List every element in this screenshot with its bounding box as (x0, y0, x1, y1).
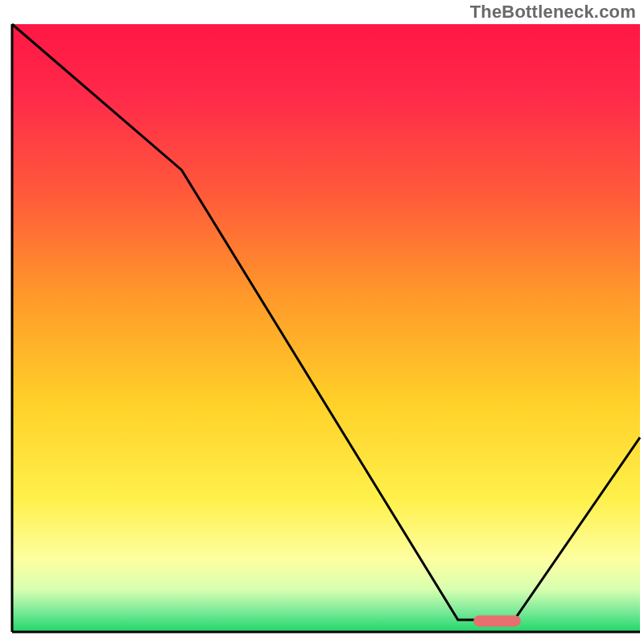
watermark-label: TheBottleneck.com (470, 2, 636, 23)
optimal-range-marker (473, 615, 521, 626)
plot-background (12, 24, 640, 632)
bottleneck-chart (0, 0, 644, 644)
chart-container: TheBottleneck.com (0, 0, 644, 644)
